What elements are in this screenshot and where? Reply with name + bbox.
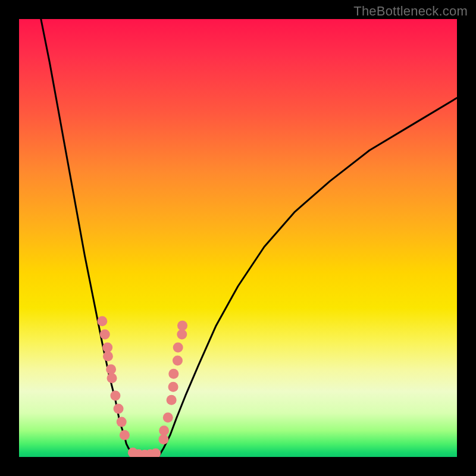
marker-dot: [177, 329, 187, 339]
marker-dot: [159, 425, 169, 436]
chart-frame: TheBottleneck.com: [0, 0, 476, 476]
marker-dot: [102, 343, 112, 353]
marker-dot: [97, 316, 107, 326]
marker-dot: [158, 434, 168, 444]
marker-dot: [168, 369, 178, 379]
marker-dots: [97, 316, 187, 457]
marker-dot: [120, 430, 130, 440]
marker-dot: [173, 356, 183, 366]
plot-area: [19, 19, 457, 457]
marker-dot: [177, 321, 187, 331]
v-curve: [41, 19, 457, 457]
marker-dot: [106, 364, 116, 374]
curve-layer: [19, 19, 457, 457]
marker-dot: [107, 373, 117, 383]
marker-dot: [100, 329, 110, 339]
marker-dot: [117, 417, 127, 427]
curve-paths: [41, 19, 457, 457]
marker-dot: [168, 382, 178, 392]
marker-dot: [103, 351, 113, 361]
marker-dot: [110, 390, 120, 400]
marker-dot: [173, 343, 183, 353]
marker-dot: [114, 404, 124, 414]
marker-dot: [167, 395, 177, 405]
marker-dot: [163, 412, 173, 422]
watermark-text: TheBottleneck.com: [353, 4, 468, 19]
